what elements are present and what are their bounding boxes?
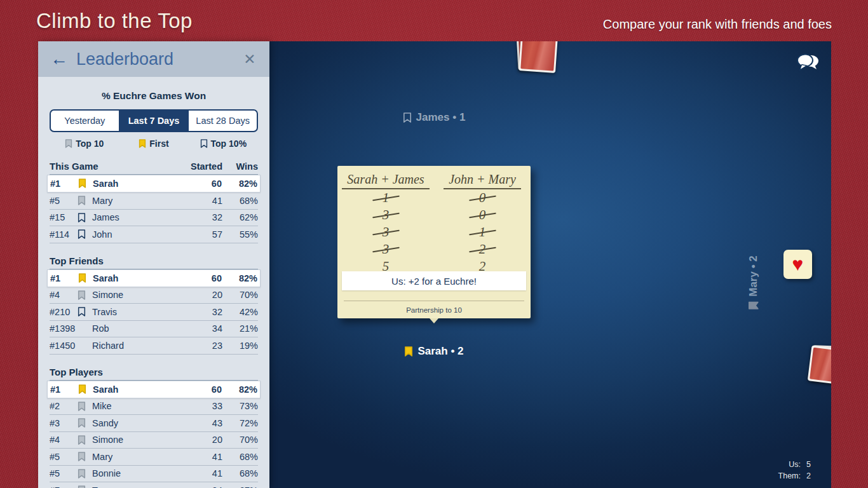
rank: #114 bbox=[50, 229, 78, 240]
win-percent: 68% bbox=[222, 452, 258, 462]
match-scoreboard: Us: 5 Them: 2 bbox=[778, 460, 811, 480]
column-header-wins: Wins bbox=[222, 161, 258, 172]
games-started: 33 bbox=[188, 401, 222, 411]
player-name-score: James • 1 bbox=[416, 111, 466, 124]
games-started: 60 bbox=[187, 273, 222, 283]
rank: #210 bbox=[50, 307, 78, 317]
app-window: Climb to the Top Compare your rank with … bbox=[0, 0, 868, 488]
table-row[interactable]: #2 Mike3373% bbox=[50, 398, 258, 416]
top-bar: Climb to the Top Compare your rank with … bbox=[0, 0, 868, 41]
close-button[interactable]: ✕ bbox=[240, 51, 259, 68]
time-range-tabs: YesterdayLast 7 DaysLast 28 Days bbox=[50, 109, 258, 132]
win-percent: 62% bbox=[222, 212, 258, 222]
rank: #5 bbox=[50, 452, 78, 462]
bookmark-icon bbox=[78, 290, 92, 300]
player-name: Richard bbox=[92, 341, 188, 351]
win-percent: 68% bbox=[222, 196, 258, 206]
rank: #1 bbox=[50, 179, 78, 189]
bookmark-icon bbox=[78, 273, 93, 283]
table-row[interactable]: #4 Simone2070% bbox=[50, 287, 258, 304]
player-name: Bonnie bbox=[92, 468, 188, 478]
player-name: Mike bbox=[92, 401, 188, 411]
rank: #15 bbox=[50, 212, 78, 222]
bookmark-icon bbox=[78, 452, 92, 461]
hand-score: 1 bbox=[337, 189, 434, 207]
table-row[interactable]: #5 Bonnie4168% bbox=[50, 466, 258, 483]
leaderboard-title: Leaderboard bbox=[76, 50, 173, 69]
rank: #1 bbox=[50, 273, 78, 283]
table-row[interactable]: #1 Sarah6082% bbox=[47, 269, 261, 287]
table-row[interactable]: #1398Rob3421% bbox=[50, 321, 258, 338]
player-name: Sarah bbox=[93, 384, 187, 395]
bookmark-icon bbox=[78, 402, 92, 411]
games-started: 34 bbox=[188, 323, 222, 334]
player-name: Simone bbox=[92, 290, 188, 300]
table-row[interactable]: #1450Richard2319% bbox=[50, 337, 258, 355]
games-started: 24 bbox=[188, 485, 222, 488]
bookmark-icon bbox=[65, 139, 72, 148]
table-row[interactable]: #210 Travis3242% bbox=[50, 304, 258, 321]
rank: #1450 bbox=[50, 341, 78, 351]
team-them-name: John + Mary bbox=[444, 172, 521, 189]
win-percent: 42% bbox=[222, 307, 258, 317]
section-title: This Game bbox=[50, 161, 188, 172]
bookmark-icon bbox=[78, 196, 92, 205]
leaderboard-subtitle: % Euchre Games Won bbox=[50, 90, 258, 102]
tab-last-28-days[interactable]: Last 28 Days bbox=[187, 111, 257, 131]
chat-icon[interactable] bbox=[796, 53, 821, 73]
back-button[interactable]: ← bbox=[48, 48, 70, 70]
bookmark-icon bbox=[403, 112, 412, 123]
tab-yesterday[interactable]: Yesterday bbox=[51, 111, 119, 131]
player-label-sarah: Sarah • 2 bbox=[337, 345, 531, 358]
games-started: 60 bbox=[187, 179, 222, 189]
badge-legend: Top 10 First Top 10% bbox=[50, 139, 258, 149]
rank: #5 bbox=[50, 196, 78, 206]
euchre-banner: Us: +2 for a Euchre! bbox=[342, 271, 526, 290]
win-percent: 67% bbox=[222, 485, 258, 488]
win-percent: 21% bbox=[222, 323, 258, 334]
them-score-value: 2 bbox=[801, 471, 811, 480]
win-percent: 19% bbox=[222, 341, 258, 351]
table-row[interactable]: #114 John5755% bbox=[50, 226, 258, 243]
bookmark-icon bbox=[78, 485, 92, 488]
table-row[interactable]: #15 James3262% bbox=[50, 210, 258, 227]
table-row[interactable]: #3 Sandy4372% bbox=[50, 415, 258, 432]
tab-last-7-days[interactable]: Last 7 Days bbox=[119, 111, 188, 131]
player-name-score: Sarah • 2 bbox=[417, 345, 463, 358]
hand-score: 3 bbox=[337, 207, 434, 224]
player-name: Terry bbox=[92, 485, 188, 488]
table-row[interactable]: #1 Sarah6082% bbox=[47, 175, 261, 193]
table-row[interactable]: #5 Mary4168% bbox=[50, 193, 258, 210]
bookmark-icon bbox=[78, 307, 92, 316]
win-percent: 72% bbox=[222, 418, 258, 428]
games-started: 41 bbox=[188, 452, 222, 462]
leaderboard-panel: ← Leaderboard ✕ % Euchre Games Won Yeste… bbox=[38, 41, 269, 488]
app-tagline: Compare your rank with friends and foes bbox=[603, 17, 832, 32]
heart-icon: ♥ bbox=[792, 255, 804, 274]
player-name: Travis bbox=[92, 307, 188, 317]
games-started: 20 bbox=[188, 435, 222, 445]
games-started: 41 bbox=[188, 196, 222, 206]
scorepad-them-column: John + Mary 00122 bbox=[434, 172, 531, 275]
games-started: 41 bbox=[188, 468, 222, 478]
player-name: Rob bbox=[92, 323, 188, 334]
player-name: Simone bbox=[92, 435, 188, 445]
table-row[interactable]: #5 Mary4168% bbox=[50, 449, 258, 466]
team-us-name: Sarah + James bbox=[342, 172, 429, 189]
games-started: 20 bbox=[188, 290, 222, 300]
hand-score: 3 bbox=[337, 241, 434, 258]
bookmark-icon bbox=[139, 139, 146, 148]
table-row[interactable]: #1 Sarah6082% bbox=[47, 381, 261, 398]
legend-top-10: Top 10 bbox=[50, 139, 119, 149]
player-name: Sandy bbox=[92, 418, 188, 428]
win-percent: 73% bbox=[222, 401, 258, 411]
partnership-label: Partnership to 10 bbox=[337, 306, 531, 314]
win-percent: 68% bbox=[222, 468, 258, 478]
table-row[interactable]: #4 Simone2070% bbox=[50, 432, 258, 449]
table-row[interactable]: #7 Terry2467% bbox=[50, 482, 258, 488]
rank: #1398 bbox=[50, 323, 78, 334]
hand-score: 1 bbox=[434, 224, 531, 241]
us-score-value: 5 bbox=[801, 460, 811, 469]
bookmark-icon bbox=[78, 469, 92, 478]
games-started: 43 bbox=[188, 418, 222, 428]
